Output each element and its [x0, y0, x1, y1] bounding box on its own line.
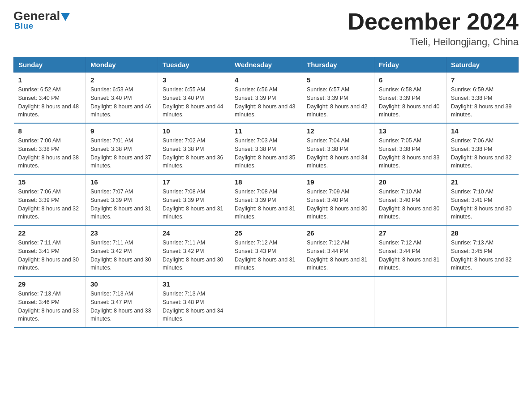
day-info: Sunrise: 6:59 AMSunset: 3:38 PMDaylight:… — [451, 86, 512, 118]
table-row: 21 Sunrise: 7:10 AMSunset: 3:41 PMDaylig… — [446, 174, 519, 225]
table-row — [374, 276, 446, 327]
table-row: 26 Sunrise: 7:12 AMSunset: 3:44 PMDaylig… — [302, 225, 374, 276]
day-number: 24 — [163, 229, 225, 237]
table-row: 11 Sunrise: 7:03 AMSunset: 3:38 PMDaylig… — [230, 123, 302, 174]
day-number: 6 — [379, 76, 442, 84]
calendar-week-row: 8 Sunrise: 7:00 AMSunset: 3:38 PMDayligh… — [14, 123, 519, 174]
day-info: Sunrise: 7:12 AMSunset: 3:43 PMDaylight:… — [235, 240, 296, 271]
table-row: 28 Sunrise: 7:13 AMSunset: 3:45 PMDaylig… — [446, 225, 519, 276]
day-number: 13 — [379, 127, 442, 135]
col-monday: Monday — [86, 57, 158, 73]
table-row: 25 Sunrise: 7:12 AMSunset: 3:43 PMDaylig… — [230, 225, 302, 276]
day-info: Sunrise: 7:07 AMSunset: 3:39 PMDaylight:… — [90, 188, 151, 220]
day-number: 11 — [235, 127, 297, 135]
day-number: 3 — [163, 76, 225, 84]
col-thursday: Thursday — [302, 57, 374, 73]
day-number: 22 — [18, 229, 82, 237]
day-number: 29 — [18, 280, 82, 288]
day-number: 5 — [307, 76, 369, 84]
logo: General Blue — [13, 9, 70, 31]
calendar-week-row: 29 Sunrise: 7:13 AMSunset: 3:46 PMDaylig… — [14, 276, 519, 327]
day-number: 23 — [90, 229, 153, 237]
day-info: Sunrise: 6:56 AMSunset: 3:39 PMDaylight:… — [235, 86, 296, 118]
logo-triangle-icon — [61, 13, 70, 21]
day-info: Sunrise: 6:52 AMSunset: 3:40 PMDaylight:… — [18, 86, 79, 118]
day-number: 4 — [235, 76, 297, 84]
table-row: 12 Sunrise: 7:04 AMSunset: 3:38 PMDaylig… — [302, 123, 374, 174]
day-number: 9 — [90, 127, 153, 135]
day-info: Sunrise: 7:11 AMSunset: 3:42 PMDaylight:… — [90, 240, 151, 271]
day-info: Sunrise: 6:57 AMSunset: 3:39 PMDaylight:… — [307, 86, 368, 118]
calendar-header-row: Sunday Monday Tuesday Wednesday Thursday… — [14, 57, 519, 73]
day-info: Sunrise: 6:55 AMSunset: 3:40 PMDaylight:… — [163, 86, 223, 118]
day-info: Sunrise: 7:04 AMSunset: 3:38 PMDaylight:… — [307, 137, 368, 169]
table-row: 31 Sunrise: 7:13 AMSunset: 3:48 PMDaylig… — [158, 276, 230, 327]
table-row: 16 Sunrise: 7:07 AMSunset: 3:39 PMDaylig… — [86, 174, 158, 225]
table-row: 9 Sunrise: 7:01 AMSunset: 3:38 PMDayligh… — [86, 123, 158, 174]
table-row: 8 Sunrise: 7:00 AMSunset: 3:38 PMDayligh… — [14, 123, 86, 174]
day-number: 25 — [235, 229, 297, 237]
table-row: 5 Sunrise: 6:57 AMSunset: 3:39 PMDayligh… — [302, 73, 374, 124]
day-number: 21 — [451, 178, 514, 186]
table-row: 4 Sunrise: 6:56 AMSunset: 3:39 PMDayligh… — [230, 73, 302, 124]
day-info: Sunrise: 7:01 AMSunset: 3:38 PMDaylight:… — [90, 137, 151, 169]
day-info: Sunrise: 7:00 AMSunset: 3:38 PMDaylight:… — [18, 137, 79, 169]
table-row: 22 Sunrise: 7:11 AMSunset: 3:41 PMDaylig… — [14, 225, 86, 276]
table-row — [230, 276, 302, 327]
table-row: 7 Sunrise: 6:59 AMSunset: 3:38 PMDayligh… — [446, 73, 519, 124]
table-row: 3 Sunrise: 6:55 AMSunset: 3:40 PMDayligh… — [158, 73, 230, 124]
table-row: 17 Sunrise: 7:08 AMSunset: 3:39 PMDaylig… — [158, 174, 230, 225]
calendar-week-row: 15 Sunrise: 7:06 AMSunset: 3:39 PMDaylig… — [14, 174, 519, 225]
table-row: 10 Sunrise: 7:02 AMSunset: 3:38 PMDaylig… — [158, 123, 230, 174]
day-info: Sunrise: 7:13 AMSunset: 3:48 PMDaylight:… — [163, 291, 223, 322]
table-row — [302, 276, 374, 327]
col-tuesday: Tuesday — [158, 57, 230, 73]
table-row: 23 Sunrise: 7:11 AMSunset: 3:42 PMDaylig… — [86, 225, 158, 276]
table-row: 30 Sunrise: 7:13 AMSunset: 3:47 PMDaylig… — [86, 276, 158, 327]
day-info: Sunrise: 6:53 AMSunset: 3:40 PMDaylight:… — [90, 86, 151, 118]
title-block: December 2024 Tieli, Heilongjiang, China — [348, 9, 519, 48]
table-row: 18 Sunrise: 7:08 AMSunset: 3:39 PMDaylig… — [230, 174, 302, 225]
table-row: 1 Sunrise: 6:52 AMSunset: 3:40 PMDayligh… — [14, 73, 86, 124]
day-number: 30 — [90, 280, 153, 288]
calendar-table: Sunday Monday Tuesday Wednesday Thursday… — [13, 57, 519, 328]
day-info: Sunrise: 7:13 AMSunset: 3:45 PMDaylight:… — [451, 240, 512, 271]
day-info: Sunrise: 7:11 AMSunset: 3:42 PMDaylight:… — [163, 240, 223, 271]
day-info: Sunrise: 7:06 AMSunset: 3:38 PMDaylight:… — [451, 137, 512, 169]
col-friday: Friday — [374, 57, 446, 73]
day-info: Sunrise: 7:10 AMSunset: 3:40 PMDaylight:… — [379, 188, 440, 220]
day-info: Sunrise: 7:03 AMSunset: 3:38 PMDaylight:… — [235, 137, 296, 169]
day-info: Sunrise: 7:12 AMSunset: 3:44 PMDaylight:… — [379, 240, 440, 271]
location-title: Tieli, Heilongjiang, China — [348, 36, 519, 48]
day-number: 2 — [90, 76, 153, 84]
day-info: Sunrise: 7:13 AMSunset: 3:46 PMDaylight:… — [18, 291, 79, 322]
day-info: Sunrise: 7:05 AMSunset: 3:38 PMDaylight:… — [379, 137, 440, 169]
table-row: 13 Sunrise: 7:05 AMSunset: 3:38 PMDaylig… — [374, 123, 446, 174]
table-row: 29 Sunrise: 7:13 AMSunset: 3:46 PMDaylig… — [14, 276, 86, 327]
day-number: 17 — [163, 178, 225, 186]
day-info: Sunrise: 7:06 AMSunset: 3:39 PMDaylight:… — [18, 188, 79, 220]
table-row: 14 Sunrise: 7:06 AMSunset: 3:38 PMDaylig… — [446, 123, 519, 174]
col-saturday: Saturday — [446, 57, 519, 73]
day-info: Sunrise: 7:08 AMSunset: 3:39 PMDaylight:… — [235, 188, 296, 220]
day-number: 10 — [163, 127, 225, 135]
day-number: 15 — [18, 178, 82, 186]
page-header: General Blue December 2024 Tieli, Heilon… — [13, 9, 519, 48]
day-info: Sunrise: 7:10 AMSunset: 3:41 PMDaylight:… — [451, 188, 512, 220]
table-row: 6 Sunrise: 6:58 AMSunset: 3:39 PMDayligh… — [374, 73, 446, 124]
day-number: 27 — [379, 229, 442, 237]
day-info: Sunrise: 7:11 AMSunset: 3:41 PMDaylight:… — [18, 240, 79, 271]
day-number: 12 — [307, 127, 369, 135]
day-number: 16 — [90, 178, 153, 186]
table-row: 2 Sunrise: 6:53 AMSunset: 3:40 PMDayligh… — [86, 73, 158, 124]
day-info: Sunrise: 7:09 AMSunset: 3:40 PMDaylight:… — [307, 188, 368, 220]
day-info: Sunrise: 7:13 AMSunset: 3:47 PMDaylight:… — [90, 291, 151, 322]
table-row: 27 Sunrise: 7:12 AMSunset: 3:44 PMDaylig… — [374, 225, 446, 276]
col-sunday: Sunday — [14, 57, 86, 73]
day-number: 18 — [235, 178, 297, 186]
table-row: 15 Sunrise: 7:06 AMSunset: 3:39 PMDaylig… — [14, 174, 86, 225]
calendar-week-row: 22 Sunrise: 7:11 AMSunset: 3:41 PMDaylig… — [14, 225, 519, 276]
calendar-week-row: 1 Sunrise: 6:52 AMSunset: 3:40 PMDayligh… — [14, 73, 519, 124]
day-info: Sunrise: 7:02 AMSunset: 3:38 PMDaylight:… — [163, 137, 223, 169]
day-number: 14 — [451, 127, 514, 135]
